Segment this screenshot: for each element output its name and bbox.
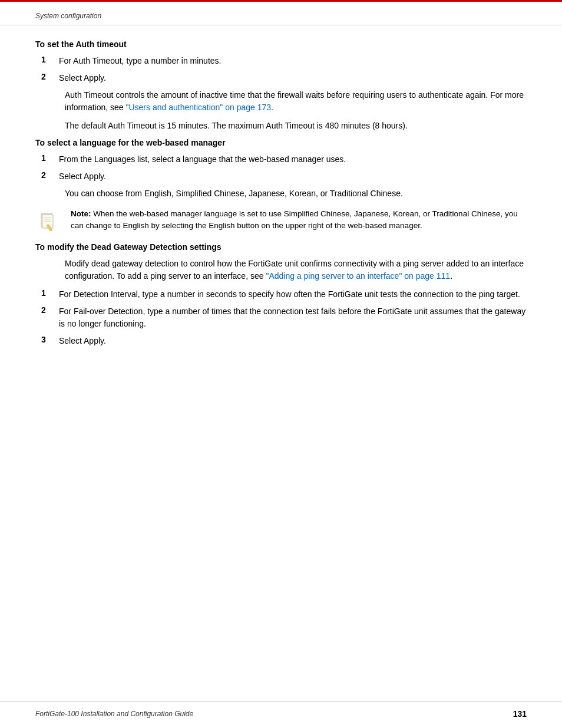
page-content: To set the Auth timeout 1 For Auth Timeo… [0, 25, 562, 387]
page-container: System configuration To set the Auth tim… [0, 0, 562, 728]
list-item: 2 For Fail-over Detection, type a number… [35, 305, 527, 330]
note-container: Note: When the web-based manager languag… [35, 208, 527, 234]
item-number-dg-2: 2 [35, 305, 59, 315]
item-content-dg-3: Select Apply. [59, 335, 527, 347]
item-number-lang-1: 1 [35, 153, 59, 163]
note-label: Note: [71, 209, 91, 218]
item-number-2: 2 [35, 72, 59, 81]
section-auth-timeout: To set the Auth timeout 1 For Auth Timeo… [35, 39, 527, 132]
header-text: System configuration [35, 12, 101, 20]
item-number-lang-2: 2 [35, 170, 59, 180]
item-content-dg-1: For Detection Interval, type a number in… [59, 288, 527, 301]
item-content-2: Select Apply. [59, 72, 527, 84]
list-item: 1 For Detection Interval, type a number … [35, 288, 527, 301]
ping-server-link[interactable]: "Adding a ping server to an interface" o… [266, 271, 450, 281]
section-auth-timeout-heading: To set the Auth timeout [35, 39, 527, 49]
section-dead-gateway: To modify the Dead Gateway Detection set… [35, 242, 527, 347]
auth-timeout-para1-after: . [271, 103, 273, 112]
item-content-1: For Auth Timeout, type a number in minut… [59, 55, 527, 67]
item-number-1: 1 [35, 55, 59, 64]
auth-timeout-para2: The default Auth Timeout is 15 minutes. … [35, 120, 527, 132]
note-text: Note: When the web-based manager languag… [71, 208, 527, 232]
item-number-dg-1: 1 [35, 288, 59, 298]
language-para1-text: You can choose from English, Simplified … [65, 189, 403, 198]
footer-title: FortiGate-100 Installation and Configura… [35, 710, 193, 718]
dead-gateway-intro-after: . [450, 271, 452, 281]
note-icon [35, 208, 71, 234]
note-body: When the web-based manager language is s… [71, 209, 518, 230]
item-number-dg-3: 3 [35, 335, 59, 344]
section-language-heading: To select a language for the web-based m… [35, 138, 527, 147]
top-accent-line [0, 0, 562, 2]
list-item: 2 Select Apply. [35, 72, 527, 84]
auth-timeout-para2-text: The default Auth Timeout is 15 minutes. … [65, 121, 408, 130]
list-item: 2 Select Apply. [35, 170, 527, 183]
dead-gateway-intro: Modify dead gateway detection to control… [35, 258, 527, 282]
page-number: 131 [513, 709, 527, 719]
list-item: 1 From the Languages list, select a lang… [35, 153, 527, 166]
section-language: To select a language for the web-based m… [35, 138, 527, 234]
auth-timeout-para1: Auth Timeout controls the amount of inac… [35, 89, 527, 114]
page-header: System configuration [0, 0, 562, 25]
note-pencil-icon [35, 210, 59, 234]
section-dead-gateway-heading: To modify the Dead Gateway Detection set… [35, 242, 527, 252]
page-footer: FortiGate-100 Installation and Configura… [0, 701, 562, 728]
item-content-lang-1: From the Languages list, select a langua… [59, 153, 527, 166]
users-auth-link[interactable]: "Users and authentication" on page 173 [126, 103, 272, 112]
language-para1: You can choose from English, Simplified … [35, 187, 527, 200]
item-content-dg-2: For Fail-over Detection, type a number o… [59, 305, 527, 330]
list-item: 3 Select Apply. [35, 335, 527, 347]
list-item: 1 For Auth Timeout, type a number in min… [35, 55, 527, 67]
item-content-lang-2: Select Apply. [59, 170, 527, 183]
